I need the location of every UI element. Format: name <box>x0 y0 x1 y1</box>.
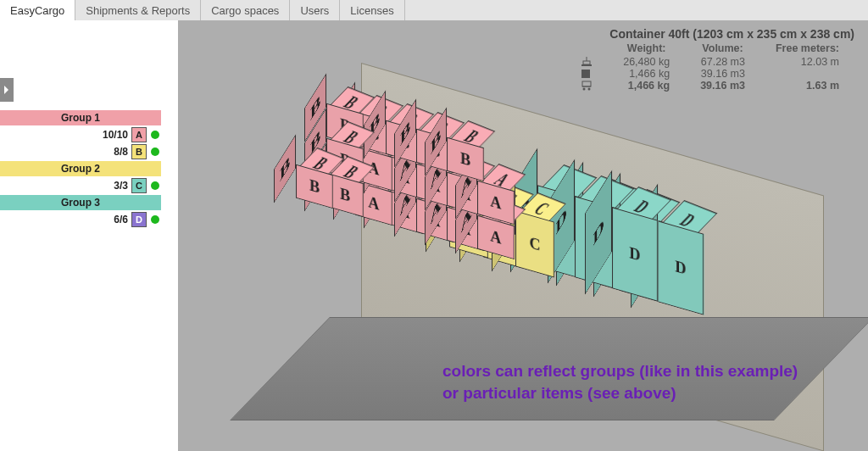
group-item-row[interactable]: 10/10A <box>0 127 161 142</box>
status-dot-icon <box>151 131 159 139</box>
stat-volume: 67.28 m3 <box>685 56 760 68</box>
stat-weight: 26,480 kg <box>608 56 685 68</box>
group-item-row[interactable]: 3/3C <box>0 178 161 193</box>
item-swatch: B <box>131 144 147 159</box>
item-count: 3/3 <box>114 180 128 192</box>
nav-brand[interactable]: EasyCargo <box>0 0 75 20</box>
stat-free: 12.03 m <box>760 56 854 68</box>
stat-free <box>760 68 854 80</box>
nav-users[interactable]: Users <box>290 0 340 20</box>
cart-icon <box>577 80 608 92</box>
svg-point-6 <box>588 88 591 91</box>
status-dot-icon <box>151 215 159 224</box>
item-count: 8/8 <box>114 146 128 158</box>
stats-header-free: Free meters: <box>760 42 854 56</box>
group-list: Group 110/10A8/8BGroup 23/3CGroup 36/6D <box>0 109 161 227</box>
svg-point-5 <box>583 88 586 91</box>
stat-volume: 39.16 m3 <box>685 80 760 92</box>
item-count: 10/10 <box>103 129 128 141</box>
stat-volume: 39.16 m3 <box>685 68 760 80</box>
group-header[interactable]: Group 1 <box>0 110 161 125</box>
nav-licenses[interactable]: Licenses <box>340 0 404 20</box>
stats-row: 1,466 kg39.16 m31.63 m <box>577 80 854 92</box>
stats-table: Weight: Volume: Free meters: 26,480 kg67… <box>577 42 854 92</box>
nav-cargo-spaces[interactable]: Cargo spaces <box>201 0 290 20</box>
status-dot-icon <box>151 181 159 190</box>
stat-weight: 1,466 kg <box>608 80 685 92</box>
group-item-row[interactable]: 8/8B <box>0 144 161 159</box>
item-count: 6/6 <box>114 214 128 226</box>
sidebar: Group 110/10A8/8BGroup 23/3CGroup 36/6D <box>0 20 178 451</box>
chevron-right-icon <box>3 85 10 95</box>
container-stats: Container 40ft (1203 cm x 235 cm x 238 c… <box>577 27 854 92</box>
status-dot-icon <box>151 148 159 156</box>
group-header[interactable]: Group 3 <box>0 195 161 210</box>
scale-icon <box>577 56 608 68</box>
stats-row: 26,480 kg67.28 m312.03 m <box>577 56 854 68</box>
svg-rect-1 <box>583 61 590 64</box>
viewport-3d[interactable]: DDDDDDDDDDDDDDDDDDCCCCCCCCCAAAAAAAAAAAAA… <box>178 20 868 451</box>
item-swatch: D <box>131 212 147 227</box>
group-item-row[interactable]: 6/6D <box>0 212 161 227</box>
group-header[interactable]: Group 2 <box>0 161 161 176</box>
svg-rect-4 <box>582 81 591 86</box>
svg-rect-3 <box>581 70 590 78</box>
block-icon <box>577 68 608 80</box>
expand-handle[interactable] <box>0 78 14 102</box>
stats-header-volume: Volume: <box>685 42 760 56</box>
nav-shipments[interactable]: Shipments & Reports <box>75 0 201 20</box>
stat-free: 1.63 m <box>760 80 854 92</box>
caption-text: colors can reflect groups (like in this … <box>442 360 798 405</box>
stats-row: 1,466 kg39.16 m3 <box>577 68 854 80</box>
item-swatch: A <box>131 127 147 142</box>
top-nav: EasyCargo Shipments & Reports Cargo spac… <box>0 0 868 21</box>
stats-header-weight: Weight: <box>608 42 685 56</box>
container-title: Container 40ft (1203 cm x 235 cm x 238 c… <box>577 27 854 41</box>
item-swatch: C <box>131 178 147 193</box>
stat-weight: 1,466 kg <box>608 68 685 80</box>
